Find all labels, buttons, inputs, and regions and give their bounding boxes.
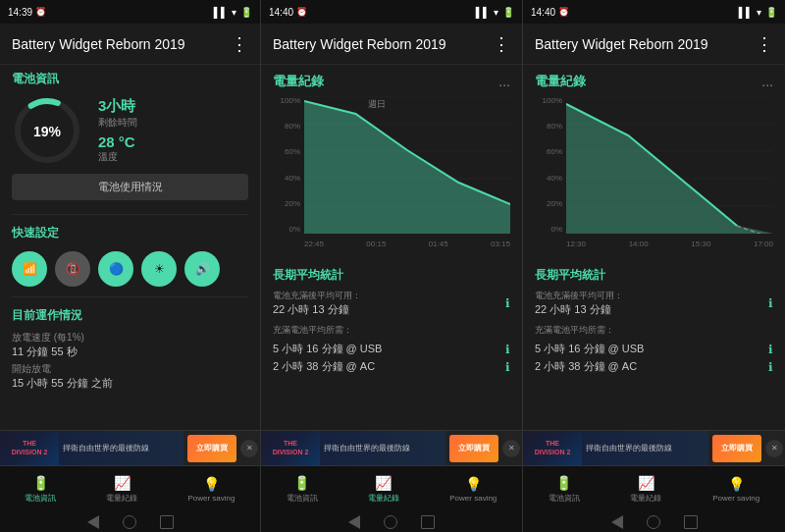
temperature-label: 溫度 <box>98 150 137 164</box>
chart-nav-label-2: 電量紀錄 <box>368 493 399 504</box>
ad-cta-3[interactable]: 立即購買 <box>712 435 761 462</box>
home-bar-2 <box>261 512 522 532</box>
ad-close-3[interactable]: ✕ <box>765 440 783 457</box>
ad-game-title-3: THEDIVISION 2 <box>535 440 571 456</box>
quick-settings-title: 快速設定 <box>0 219 260 245</box>
phone-panel-2: 14:40 ⏰ ▌▌ ▾ 🔋 Battery Widget Reborn 201… <box>261 0 523 532</box>
signal-icon-3: ▌▌ <box>739 7 753 18</box>
menu-icon-1[interactable]: ⋮ <box>231 33 248 55</box>
battery-nav-icon-3: 🔋 <box>555 475 572 491</box>
status-icons-3: ▌▌ ▾ 🔋 <box>739 7 777 18</box>
alarm-icon-3: ⏰ <box>558 7 569 17</box>
nav-chart-3[interactable]: 📈 電量紀錄 <box>622 471 669 507</box>
time-2: 14:40 <box>269 7 293 18</box>
full-charge-available-2: 電池充滿後平均可用： 22 小時 13 分鐘 ℹ <box>273 290 510 317</box>
home-btn-2[interactable] <box>384 515 397 529</box>
divider-2 <box>12 296 248 297</box>
y-label-20-3: 20% <box>547 199 562 208</box>
info-icon-usb-3[interactable]: ℹ <box>768 343 773 356</box>
info-icon-ac-2[interactable]: ℹ <box>505 360 510 374</box>
info-icon-ac-3[interactable]: ℹ <box>768 360 773 374</box>
chart-x-axis-3: 12:30 14:00 15:30 17:00 <box>566 234 773 253</box>
nav-chart-2[interactable]: 📈 電量紀錄 <box>360 471 407 507</box>
panel-content-1: 電池資訊 19% 3小時 剩餘時間 28 °C <box>0 65 260 430</box>
ad-close-1[interactable]: ✕ <box>240 440 258 457</box>
full-charge-label-3: 電池充滿後平均可用： <box>535 290 768 302</box>
app-bar-1: Battery Widget Reborn 2019 ⋮ <box>0 24 260 65</box>
y-label-60-2: 60% <box>285 147 300 156</box>
chart-y-axis-2: 100% 80% 60% 40% 20% 0% <box>273 96 304 234</box>
chart-menu-2[interactable]: ... <box>498 74 510 89</box>
x-label-3-3: 15:30 <box>691 239 710 248</box>
status-icons-1: ▌▌ ▾ 🔋 <box>214 7 252 18</box>
app-title-2: Battery Widget Reborn 2019 <box>273 36 446 52</box>
app-title-3: Battery Widget Reborn 2019 <box>535 36 708 52</box>
chart-section-2: 電量紀錄 ... 週日 100% 80% 60% 40% 20% 0% <box>261 65 522 261</box>
panel-content-2: 電量紀錄 ... 週日 100% 80% 60% 40% 20% 0% <box>261 65 522 430</box>
y-label-80-3: 80% <box>547 122 562 131</box>
ad-cta-2[interactable]: 立即購買 <box>449 435 498 462</box>
battery-circle: 19% <box>12 95 82 166</box>
qs-wifi-off-btn[interactable]: 📵 <box>55 251 90 287</box>
wifi-icon: ▾ <box>232 7 236 18</box>
battery-section-title-1: 電池資訊 <box>0 65 260 91</box>
ad-text-3: 捍衛自由世界的最後防線 <box>586 443 672 453</box>
back-btn-2[interactable] <box>348 515 360 529</box>
nav-power-3[interactable]: 💡 Power saving <box>705 472 767 506</box>
discharge-rate-label: 放電速度 (每1%) <box>12 331 248 345</box>
home-btn-3[interactable] <box>647 515 660 529</box>
wifi-icon-3: ▾ <box>757 7 761 18</box>
info-icon-usb-2[interactable]: ℹ <box>505 343 510 356</box>
menu-icon-3[interactable]: ⋮ <box>756 33 773 55</box>
info-icon-fc-3[interactable]: ℹ <box>768 296 773 310</box>
ad-cta-1[interactable]: 立即購買 <box>187 435 236 462</box>
ad-text-2: 捍衛自由世界的最後防線 <box>324 443 410 453</box>
ad-game-logo-2: THEDIVISION 2 <box>261 431 320 466</box>
wifi-icon-2: ▾ <box>494 7 498 18</box>
brightness-icon: ☀ <box>154 262 165 276</box>
long-stats-title-2: 長期平均統計 <box>273 267 510 284</box>
nav-power-1[interactable]: 💡 Power saving <box>180 472 242 506</box>
chart-nav-icon-1: 📈 <box>114 475 131 491</box>
recents-btn-1[interactable] <box>160 515 174 529</box>
alarm-icon-2: ⏰ <box>296 7 307 17</box>
battery-nav-icon-2: 🔋 <box>293 475 310 491</box>
wifi-off-icon: 📵 <box>66 262 80 276</box>
remaining-time-stat: 3小時 剩餘時間 <box>98 97 137 130</box>
menu-icon-2[interactable]: ⋮ <box>493 33 510 55</box>
svg-marker-9 <box>304 101 510 234</box>
ad-close-2[interactable]: ✕ <box>502 440 520 457</box>
back-btn-3[interactable] <box>611 515 623 529</box>
signal-icon: ▌▌ <box>214 7 228 18</box>
nav-battery-info-1[interactable]: 🔋 電池資訊 <box>17 471 64 507</box>
current-status-section: 放電速度 (每1%) 11 分鐘 55 秒 開始放電 15 小時 55 分鐘 之… <box>0 328 260 394</box>
battery-circle-row: 19% 3小時 剩餘時間 28 °C 溫度 <box>12 91 248 170</box>
home-bar-3 <box>523 512 785 532</box>
bottom-nav-3: 🔋 電池資訊 📈 電量紀錄 💡 Power saving <box>523 465 785 512</box>
signal-icon-2: ▌▌ <box>476 7 490 18</box>
chart-nav-icon-3: 📈 <box>638 475 654 491</box>
info-icon-fc-2[interactable]: ℹ <box>505 296 510 310</box>
back-btn-1[interactable] <box>87 515 99 529</box>
chart-menu-3[interactable]: ... <box>761 74 773 89</box>
usb-value-2: 5 小時 16 分鐘 @ USB <box>273 342 505 356</box>
long-stats-title-3: 長期平均統計 <box>535 267 773 284</box>
y-label-60-3: 60% <box>547 147 562 156</box>
qs-wifi-on-btn[interactable]: 📶 <box>12 251 47 287</box>
qs-volume-btn[interactable]: 🔊 <box>184 251 220 287</box>
chart-section-3: 電量紀錄 ... 100% 80% 60% 40% 20% 0% <box>523 65 785 261</box>
usage-button[interactable]: 電池使用情況 <box>12 174 248 200</box>
recents-btn-2[interactable] <box>421 515 435 529</box>
nav-power-2[interactable]: 💡 Power saving <box>442 472 504 506</box>
power-nav-label-1: Power saving <box>187 494 235 503</box>
nav-battery-info-3[interactable]: 🔋 電池資訊 <box>541 471 588 507</box>
ac-value-3: 2 小時 38 分鐘 @ AC <box>535 359 768 374</box>
nav-battery-info-2[interactable]: 🔋 電池資訊 <box>279 471 326 507</box>
recents-btn-3[interactable] <box>684 515 698 529</box>
charge-time-label-3: 充滿電池平均所需： <box>535 320 773 339</box>
home-btn-1[interactable] <box>123 515 136 529</box>
qs-brightness-btn[interactable]: ☀ <box>141 251 177 287</box>
qs-bluetooth-btn[interactable]: 🔵 <box>98 251 133 287</box>
ad-middle-3: 捍衛自由世界的最後防線 <box>582 431 708 465</box>
nav-chart-1[interactable]: 📈 電量紀錄 <box>98 471 145 507</box>
